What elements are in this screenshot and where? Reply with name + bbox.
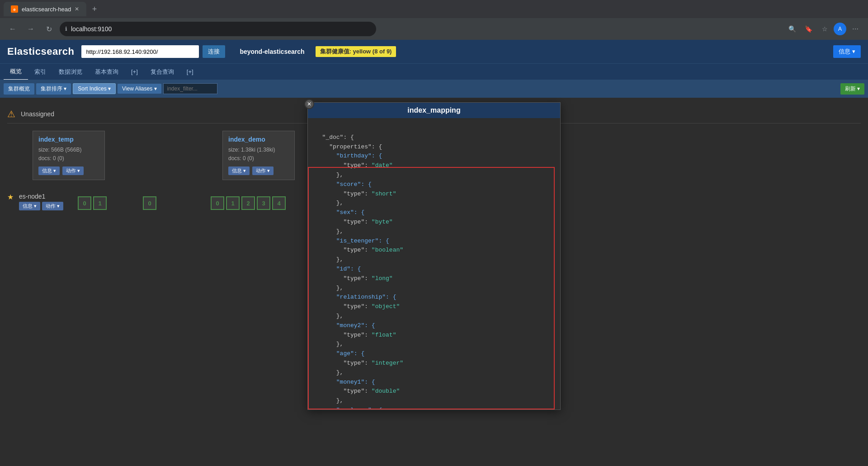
modal-overlay: ✕ index_mapping "_doc": { "properties": … xyxy=(0,98,868,466)
tab-bar: e elasticsearch-head ✕ + xyxy=(0,0,868,18)
tab-complex-query[interactable]: 复合查询 xyxy=(144,64,180,80)
tab-complex-query-add[interactable]: [+] xyxy=(180,64,200,80)
refresh-button[interactable]: 刷新 ▾ xyxy=(840,83,864,95)
modal-title: index_mapping xyxy=(308,103,560,118)
browser-tab[interactable]: e elasticsearch-head ✕ xyxy=(4,2,86,16)
url-input[interactable] xyxy=(81,45,199,58)
tab-overview[interactable]: 概览 xyxy=(4,64,28,80)
browser-window: e elasticsearch-head ✕ + ← → ↻ ℹ localho… xyxy=(0,0,868,466)
url-container: 连接 xyxy=(81,45,225,58)
main-area: ⚠ Unassigned index_temp size: 566B (566B… xyxy=(0,98,868,466)
nav-right: 🔍 🔖 ☆ A ⋯ xyxy=(785,22,863,36)
svg-text:e: e xyxy=(13,7,15,12)
toolbar: 集群概览 集群排序 ▾ Sort Indices ▾ View Aliases … xyxy=(0,80,868,98)
info-button-right[interactable]: 信息 ▾ xyxy=(833,45,861,58)
cluster-overview-button[interactable]: 集群概览 xyxy=(4,83,34,95)
nav-bar: ← → ↻ ℹ localhost:9100 🔍 🔖 ☆ A ⋯ xyxy=(0,18,868,40)
avatar[interactable]: A xyxy=(834,23,846,35)
close-icon[interactable]: ✕ xyxy=(75,6,79,12)
tab-basic-query[interactable]: 基本查询 xyxy=(89,64,125,80)
star-button[interactable]: ☆ xyxy=(817,22,832,36)
index-filter-input[interactable] xyxy=(163,83,217,94)
connect-button[interactable]: 连接 xyxy=(203,45,225,58)
info-icon: ℹ xyxy=(65,26,67,32)
tab-label: elasticsearch-head xyxy=(22,6,71,13)
app-content: Elasticsearch 连接 beyond-elasticsearch 集群… xyxy=(0,40,868,466)
nav-tabs: 概览 索引 数据浏览 基本查询 [+] 复合查询 [+] xyxy=(0,63,868,80)
app-title: Elasticsearch xyxy=(7,46,74,57)
sort-indices-button[interactable]: Sort Indices ▾ xyxy=(73,83,116,94)
bookmark-button[interactable]: 🔖 xyxy=(801,22,816,36)
cluster-name: beyond-elasticsearch xyxy=(240,48,304,55)
refresh-button[interactable]: ↻ xyxy=(42,22,56,36)
modal-close-button[interactable]: ✕ xyxy=(304,99,314,109)
tab-favicon: e xyxy=(11,5,18,13)
back-button[interactable]: ← xyxy=(5,22,20,36)
tab-data-browse[interactable]: 数据浏览 xyxy=(52,64,89,80)
modal-dialog: ✕ index_mapping "_doc": { "properties": … xyxy=(307,102,561,410)
address-text: localhost:9100 xyxy=(71,25,112,33)
address-bar[interactable]: ℹ localhost:9100 xyxy=(60,22,376,36)
new-tab-button[interactable]: + xyxy=(88,3,101,15)
view-aliases-button[interactable]: View Aliases ▾ xyxy=(118,84,161,94)
tab-basic-query-add[interactable]: [+] xyxy=(125,64,144,80)
menu-button[interactable]: ⋯ xyxy=(848,22,863,36)
cluster-sort-button[interactable]: 集群排序 ▾ xyxy=(36,83,71,95)
forward-button[interactable]: → xyxy=(24,22,38,36)
zoom-button[interactable]: 🔍 xyxy=(785,22,799,36)
modal-body: "_doc": { "properties": { "birthday": { … xyxy=(308,118,560,409)
health-badge: 集群健康值: yellow (8 of 9) xyxy=(316,46,396,57)
app-header: Elasticsearch 连接 beyond-elasticsearch 集群… xyxy=(0,40,868,63)
tab-index[interactable]: 索引 xyxy=(28,64,52,80)
code-content: "_doc": { "properties": { "birthday": { … xyxy=(315,124,553,409)
